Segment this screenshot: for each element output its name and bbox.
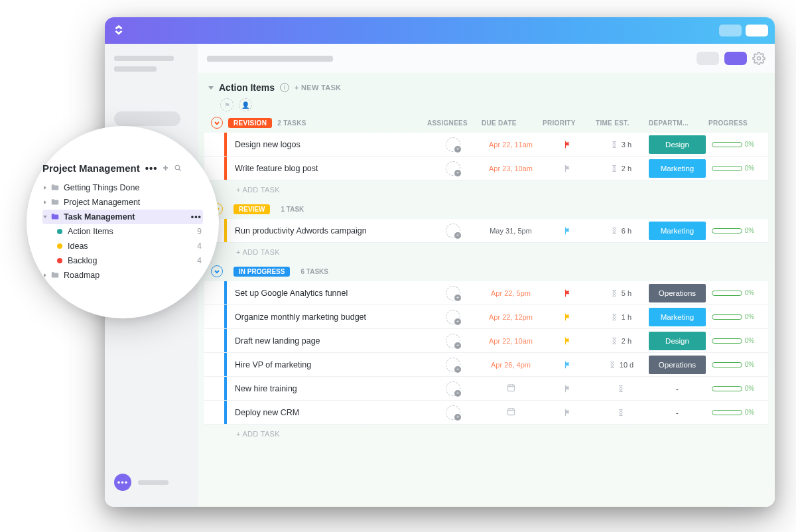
department-tag[interactable]: Marketing: [649, 308, 706, 326]
department-tag[interactable]: Operations: [649, 284, 706, 302]
due-date[interactable]: Apr 22, 12pm: [489, 313, 533, 321]
time-estimate[interactable]: [594, 385, 647, 393]
sidebar-search[interactable]: [114, 111, 180, 126]
col-assignees[interactable]: ASSIGNEES: [427, 119, 482, 127]
folder-roadmap[interactable]: Roadmap: [42, 268, 203, 283]
task-name[interactable]: Hire VP of marketing: [227, 360, 426, 369]
progress-bar[interactable]: [712, 291, 742, 296]
due-date[interactable]: May 31, 5pm: [490, 227, 532, 235]
col-due[interactable]: DUE DATE: [482, 119, 543, 127]
col-priority[interactable]: PRIORITY: [543, 119, 596, 127]
add-task-inprogress[interactable]: + ADD TASK: [204, 425, 768, 447]
assignee-avatar[interactable]: +: [446, 381, 460, 396]
space-add-icon[interactable]: +: [163, 163, 168, 173]
col-dept[interactable]: DEPARTM...: [649, 119, 708, 127]
assignee-filter-icon[interactable]: 👤: [239, 98, 252, 111]
due-date[interactable]: Apr 22, 11am: [489, 141, 533, 149]
status-inprogress[interactable]: IN PROGRESS: [233, 267, 290, 277]
search-icon[interactable]: [174, 164, 182, 172]
calendar-icon[interactable]: [506, 407, 516, 417]
gear-icon[interactable]: [752, 52, 765, 65]
department-tag[interactable]: Design: [649, 135, 706, 154]
header-button-2[interactable]: [746, 25, 768, 36]
assignee-avatar[interactable]: +: [446, 286, 460, 300]
time-estimate[interactable]: 6 h: [594, 227, 647, 235]
more-icon[interactable]: •••: [191, 212, 202, 222]
due-date[interactable]: Apr 26, 4pm: [491, 361, 531, 369]
list-action-items[interactable]: Action Items 9: [42, 224, 203, 239]
task-name[interactable]: Draft new landing page: [227, 336, 426, 346]
assignee-avatar[interactable]: +: [446, 358, 460, 372]
time-estimate[interactable]: [594, 409, 647, 417]
task-row[interactable]: Hire VP of marketing + Apr 26, 4pm 10 d …: [204, 353, 768, 377]
task-name[interactable]: Organize monthly marketing budget: [227, 312, 426, 322]
chat-button[interactable]: •••: [114, 474, 131, 491]
task-row[interactable]: Deploy new CRM + - 0%: [204, 401, 768, 425]
info-icon[interactable]: i: [280, 83, 289, 92]
collapse-inprogress[interactable]: [211, 265, 223, 277]
time-estimate[interactable]: 1 h: [594, 313, 647, 321]
progress-bar[interactable]: [712, 142, 742, 147]
task-row[interactable]: Draft new landing page + Apr 22, 10am 2 …: [204, 329, 768, 353]
progress-bar[interactable]: [712, 166, 742, 171]
add-task-revision[interactable]: + ADD TASK: [204, 180, 768, 203]
folder-project-management[interactable]: Project Management: [42, 195, 203, 210]
time-estimate[interactable]: 2 h: [594, 165, 647, 172]
task-name[interactable]: Write feature blog post: [227, 164, 426, 173]
task-row[interactable]: Organize monthly marketing budget + Apr …: [204, 305, 768, 329]
flag-icon[interactable]: [563, 408, 572, 417]
department-tag[interactable]: -: [649, 379, 706, 398]
flag-icon[interactable]: [563, 360, 572, 369]
flag-icon[interactable]: [563, 226, 572, 235]
task-row[interactable]: Run productivity Adwords campaign + May …: [204, 219, 768, 243]
department-tag[interactable]: Marketing: [649, 222, 706, 240]
list-ideas[interactable]: Ideas 4: [42, 239, 203, 253]
progress-bar[interactable]: [712, 314, 742, 320]
task-row[interactable]: Set up Google Analytics funnel + Apr 22,…: [204, 281, 768, 305]
col-time[interactable]: TIME EST.: [596, 119, 649, 127]
flag-icon[interactable]: [563, 384, 572, 393]
department-tag[interactable]: Marketing: [649, 159, 706, 178]
flag-filter-icon[interactable]: ⚑: [220, 98, 233, 111]
task-name[interactable]: New hire training: [227, 384, 426, 393]
task-row[interactable]: New hire training + - 0%: [204, 377, 768, 401]
progress-bar[interactable]: [712, 386, 742, 391]
department-tag[interactable]: -: [649, 403, 706, 422]
collapse-revision[interactable]: [211, 117, 223, 129]
due-date[interactable]: Apr 23, 10am: [489, 165, 533, 172]
assignee-avatar[interactable]: +: [446, 405, 460, 420]
task-row[interactable]: Design new logos + Apr 22, 11am 3 h Desi…: [204, 133, 768, 157]
add-task-review[interactable]: + ADD TASK: [204, 243, 768, 265]
flag-icon[interactable]: [563, 312, 572, 322]
view-toggle-1[interactable]: [696, 52, 719, 65]
folder-task-management[interactable]: Task Management •••: [42, 210, 203, 224]
time-estimate[interactable]: 2 h: [594, 337, 647, 345]
due-date[interactable]: Apr 22, 5pm: [491, 289, 531, 297]
task-name[interactable]: Run productivity Adwords campaign: [227, 226, 426, 235]
calendar-icon[interactable]: [506, 383, 516, 393]
list-backlog[interactable]: Backlog 4: [42, 253, 203, 268]
progress-bar[interactable]: [712, 362, 742, 367]
department-tag[interactable]: Design: [649, 332, 706, 350]
status-revision[interactable]: REVISION: [228, 118, 272, 128]
col-progress[interactable]: PROGRESS: [708, 119, 760, 127]
flag-icon[interactable]: [563, 164, 572, 173]
space-more-icon[interactable]: •••: [145, 163, 158, 174]
progress-bar[interactable]: [712, 338, 742, 344]
flag-icon[interactable]: [563, 336, 572, 346]
task-name[interactable]: Design new logos: [227, 140, 426, 149]
time-estimate[interactable]: 3 h: [594, 141, 647, 149]
time-estimate[interactable]: 5 h: [594, 289, 647, 297]
time-estimate[interactable]: 10 d: [594, 361, 647, 369]
assignee-avatar[interactable]: +: [446, 137, 460, 152]
progress-bar[interactable]: [712, 228, 742, 233]
due-date[interactable]: Apr 22, 10am: [489, 337, 533, 345]
folder-getting-things-done[interactable]: Getting Things Done: [42, 180, 203, 195]
header-button-1[interactable]: [719, 25, 742, 36]
flag-icon[interactable]: [563, 289, 572, 298]
assignee-avatar[interactable]: +: [446, 161, 460, 176]
task-row[interactable]: Write feature blog post + Apr 23, 10am 2…: [204, 157, 768, 180]
assignee-avatar[interactable]: +: [446, 224, 460, 238]
progress-bar[interactable]: [712, 410, 742, 415]
new-task-button[interactable]: + NEW TASK: [295, 84, 341, 92]
